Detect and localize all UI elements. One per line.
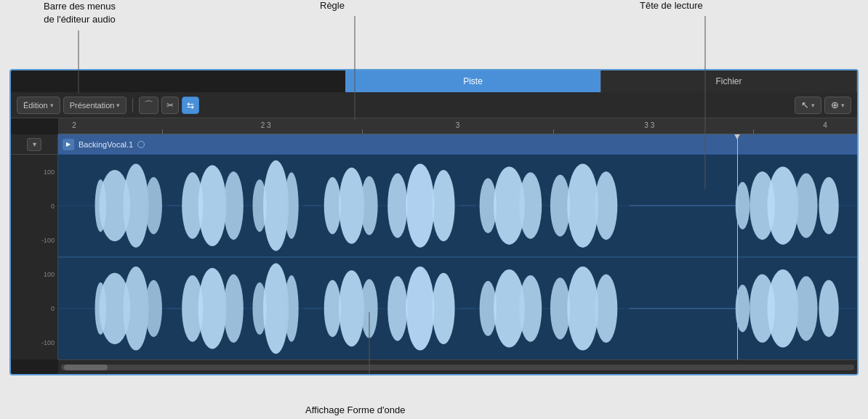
expand-button[interactable]: ▾: [27, 138, 41, 151]
crosshair-chevron-icon: ▾: [841, 102, 845, 109]
playhead-waveform-head: [734, 134, 741, 139]
svg-point-33: [595, 171, 617, 240]
svg-point-63: [767, 269, 798, 348]
svg-point-60: [595, 274, 617, 343]
amp-label-neg100-top: -100: [14, 237, 55, 244]
ruler-marks: 2 2 3 3 3 3 4: [58, 118, 857, 134]
toolbar-right-section: ↖ ▾ ⊕ ▾: [795, 97, 851, 114]
annotation-forme: Affichage Forme d'onde: [305, 404, 405, 415]
svg-point-30: [519, 172, 542, 239]
svg-point-57: [519, 275, 542, 342]
scissors-tool-button[interactable]: ✂: [161, 97, 179, 114]
flex-tool-button[interactable]: ⇆: [182, 97, 199, 114]
svg-point-19: [284, 172, 298, 239]
amp-label-100-top: 100: [14, 168, 55, 176]
amp-label-0-bot: 0: [14, 305, 55, 312]
track-header: ▾ 100 0 -100 100 0 -100: [11, 134, 58, 359]
annotation-regle: Règle: [320, 0, 345, 11]
ruler-mark-4: 4: [823, 121, 827, 129]
toolbar: Édition ▾ Présentation ▾ ⌒ ✂ ⇆ ↖ ▾ ⊕ ▾: [11, 92, 857, 118]
tab-fichier[interactable]: Fichier: [601, 70, 857, 92]
track-header-top: ▾: [11, 134, 57, 155]
svg-point-54: [432, 273, 454, 344]
curve-tool-button[interactable]: ⌒: [139, 97, 158, 114]
pointer-chevron-icon: ▾: [811, 102, 815, 109]
svg-point-21: [324, 177, 341, 235]
svg-point-58: [550, 277, 570, 339]
ruler-tick-minor-3: [553, 129, 554, 134]
scrollbar-thumb[interactable]: [64, 365, 108, 370]
tab-bar: Piste Fichier: [345, 70, 857, 92]
ruler-mark-33: 3 3: [644, 121, 654, 129]
svg-point-24: [387, 174, 407, 238]
svg-point-38: [819, 177, 838, 235]
amp-label-0-top: 0: [14, 203, 55, 210]
presentation-menu-button[interactable]: Présentation ▾: [63, 97, 127, 114]
track-status-indicator: [137, 141, 145, 148]
pointer-tool-button[interactable]: ↖ ▾: [795, 97, 821, 114]
svg-point-31: [550, 175, 570, 237]
svg-point-26: [432, 170, 454, 241]
waveform-area: ▶ BackingVocal.1: [58, 134, 857, 359]
annotation-tete: Tête de lecture: [640, 0, 703, 11]
scrollbar-track[interactable]: [61, 365, 854, 370]
amplitude-labels: 100 0 -100 100 0 -100: [11, 155, 57, 359]
ruler-tick-minor: [162, 129, 163, 134]
svg-point-52: [387, 276, 407, 341]
ruler: 2 2 3 3 3 3 4: [58, 118, 857, 134]
playhead-waveform-line: [737, 134, 738, 359]
presentation-chevron-icon: ▾: [116, 102, 120, 109]
svg-point-22: [339, 168, 364, 244]
svg-point-64: [795, 276, 817, 341]
ruler-tick-minor-4: [753, 129, 754, 134]
svg-point-41: [123, 267, 148, 350]
edition-menu-button[interactable]: Édition ▾: [17, 97, 60, 114]
svg-point-16: [224, 171, 244, 240]
flex-icon: ⇆: [187, 100, 194, 110]
annotation-barre: Barre des menus de l'éditeur audio: [44, 0, 116, 26]
amp-label-neg100-bot: -100: [14, 339, 55, 346]
svg-point-50: [339, 270, 364, 346]
svg-point-36: [767, 166, 798, 245]
scrollbar-area: [58, 359, 857, 374]
amp-label-100-bot: 100: [14, 271, 55, 278]
svg-point-48: [284, 275, 298, 342]
svg-point-32: [567, 163, 598, 247]
expand-icon: ▾: [33, 140, 36, 148]
ruler-mark-3: 3: [456, 121, 460, 129]
svg-point-53: [406, 267, 435, 350]
svg-point-12: [145, 177, 162, 235]
tab-piste[interactable]: Piste: [345, 70, 601, 92]
audio-editor: Piste Fichier Édition ▾ Présentation ▾ ⌒…: [9, 69, 859, 375]
track-play-button[interactable]: ▶: [63, 139, 74, 150]
pointer-icon: ↖: [801, 99, 809, 110]
ruler-mark-2: 2: [72, 121, 76, 129]
edition-chevron-icon: ▾: [50, 102, 54, 109]
svg-point-45: [224, 274, 244, 343]
svg-point-11: [123, 163, 148, 247]
svg-point-51: [361, 279, 377, 338]
svg-point-44: [198, 268, 227, 349]
track-name: BackingVocal.1: [79, 140, 133, 149]
svg-point-15: [198, 165, 227, 245]
svg-point-59: [567, 267, 598, 350]
svg-point-42: [145, 280, 162, 337]
ruler-tick-minor-2: [362, 129, 363, 134]
svg-point-65: [819, 280, 838, 337]
toolbar-separator-1: [132, 98, 133, 113]
ruler-mark-23: 2 3: [261, 121, 271, 129]
crosshair-tool-button[interactable]: ⊕ ▾: [824, 97, 851, 114]
svg-point-37: [795, 174, 817, 238]
curve-icon: ⌒: [144, 99, 153, 112]
scissors-icon: ✂: [166, 100, 174, 110]
svg-point-49: [324, 280, 341, 337]
svg-point-25: [406, 163, 435, 247]
crosshair-icon: ⊕: [831, 99, 839, 110]
svg-point-23: [361, 176, 377, 235]
